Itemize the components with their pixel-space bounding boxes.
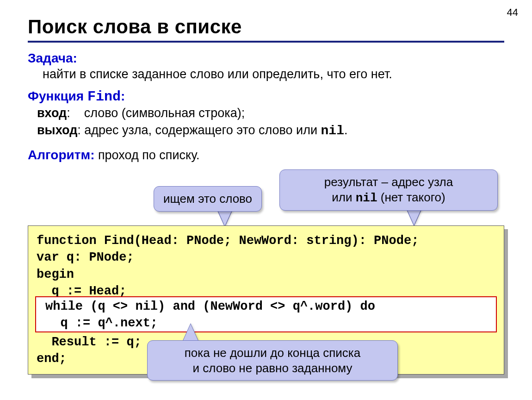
func-output-row: выход: адрес узла, содержащего это слово… — [37, 122, 504, 140]
slide: 44 Поиск слова в списке Задача: найти в … — [0, 0, 532, 400]
callout3-line2: и слово не равно заданному — [157, 361, 388, 376]
callout-search-word: ищем это слово — [154, 186, 262, 212]
callout2-line1: результат – адрес узла — [289, 175, 488, 190]
algo-label: Алгоритм: — [28, 148, 94, 162]
callout-while-condition: пока не дошли до конца списка и слово не… — [147, 340, 398, 381]
callout2-pre: или — [332, 190, 355, 204]
callout2-line2: или nil (нет такого) — [289, 190, 488, 206]
func-label-prefix: Функция — [28, 89, 87, 103]
algo-block: Алгоритм: проход по списку. — [28, 146, 504, 164]
task-label: Задача: — [28, 51, 77, 65]
title-rule — [28, 41, 504, 43]
callout1-text: ищем это слово — [163, 192, 252, 206]
code-l6: q := q^.next; — [45, 316, 158, 330]
algo-text: проход по списку. — [94, 148, 199, 162]
code-l3: begin — [37, 268, 74, 281]
func-input-label: вход — [37, 106, 67, 120]
func-label-name: Find — [87, 89, 121, 105]
func-input-text: : слово (символьная строка); — [67, 106, 245, 120]
code-l7: Result := q; — [37, 335, 142, 349]
func-output-nil: nil — [321, 124, 344, 138]
func-input-row: вход: слово (символьная строка); — [37, 105, 504, 121]
callout-result: результат – адрес узла или nil (нет тако… — [279, 169, 498, 211]
code-l2: var q: PNode; — [37, 250, 134, 264]
slide-title: Поиск слова в списке — [28, 16, 504, 38]
code-l5: while (q <> nil) and (NewWord <> q^.word… — [45, 300, 375, 313]
code-l1: function Find(Head: PNode; NewWord: stri… — [37, 234, 419, 248]
callout2-nil: nil — [356, 191, 377, 205]
callout2-post: (нет такого) — [377, 190, 445, 204]
func-output-label: выход — [37, 123, 77, 137]
code-highlight-box: while (q <> nil) and (NewWord <> q^.word… — [35, 296, 497, 332]
func-output-text-a: : адрес узла, содержащего это слово или — [77, 123, 321, 137]
callout3-tail — [182, 324, 199, 343]
task-block: Задача: найти в списке заданное слово ил… — [28, 51, 504, 82]
code-l8: end; — [37, 352, 67, 366]
func-label-suffix: : — [121, 89, 125, 103]
func-block: Функция Find: вход: слово (символьная ст… — [28, 89, 504, 139]
callout3-line1: пока не дошли до конца списка — [157, 345, 388, 361]
func-output-text-b: . — [344, 123, 348, 137]
task-text: найти в списке заданное слово или опреде… — [43, 66, 504, 82]
page-number: 44 — [507, 6, 518, 19]
